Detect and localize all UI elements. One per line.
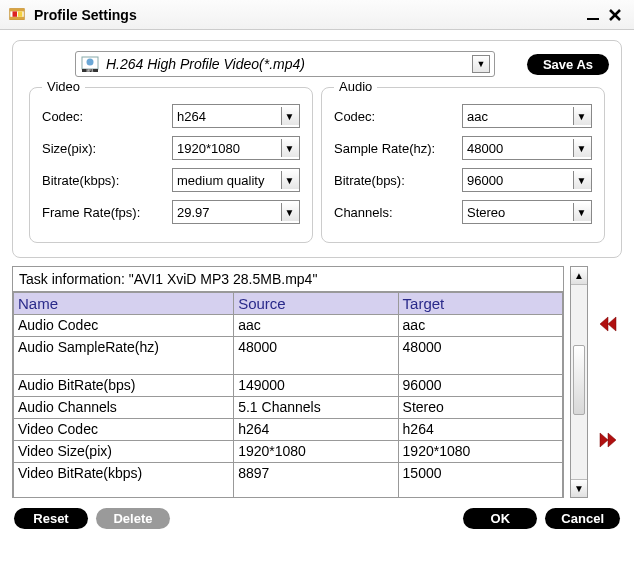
svg-rect-4 bbox=[18, 11, 23, 16]
save-as-button[interactable]: Save As bbox=[527, 54, 609, 75]
prev-icon[interactable] bbox=[596, 313, 620, 335]
cancel-button[interactable]: Cancel bbox=[545, 508, 620, 529]
svg-rect-1 bbox=[10, 8, 24, 11]
scroll-track[interactable] bbox=[571, 285, 587, 479]
video-fps-dropdown[interactable]: 29.97 ▼ bbox=[172, 200, 300, 224]
chevron-down-icon: ▼ bbox=[573, 107, 591, 125]
minimize-button[interactable] bbox=[582, 6, 604, 24]
col-header-target[interactable]: Target bbox=[398, 293, 562, 315]
bottom-bar: Reset Delete OK Cancel bbox=[0, 498, 634, 539]
audio-sr-value: 48000 bbox=[467, 141, 573, 156]
svg-marker-15 bbox=[608, 433, 616, 447]
table-row[interactable]: Video BitRate(kbps)889715000 bbox=[14, 463, 563, 498]
audio-codec-dropdown[interactable]: aac ▼ bbox=[462, 104, 592, 128]
video-bitrate-value: medium quality bbox=[177, 173, 281, 188]
profile-dropdown[interactable]: MP4 H.264 High Profile Video(*.mp4) ▼ bbox=[75, 51, 495, 77]
settings-panel: MP4 H.264 High Profile Video(*.mp4) ▼ Sa… bbox=[12, 40, 622, 258]
svg-rect-3 bbox=[13, 11, 18, 16]
video-size-dropdown[interactable]: 1920*1080 ▼ bbox=[172, 136, 300, 160]
table-row[interactable]: Audio SampleRate(hz)4800048000 bbox=[14, 337, 563, 375]
audio-channels-dropdown[interactable]: Stereo ▼ bbox=[462, 200, 592, 224]
svg-point-9 bbox=[87, 59, 94, 66]
audio-group: Audio Codec: aac ▼ Sample Rate(hz): 4800… bbox=[321, 87, 605, 243]
video-fps-value: 29.97 bbox=[177, 205, 281, 220]
scroll-thumb[interactable] bbox=[573, 345, 585, 415]
table-row[interactable]: Audio Codecaacaac bbox=[14, 315, 563, 337]
video-bitrate-label: Bitrate(kbps): bbox=[42, 173, 172, 188]
chevron-down-icon: ▼ bbox=[573, 171, 591, 189]
svg-text:MP4: MP4 bbox=[87, 69, 94, 73]
svg-rect-5 bbox=[587, 18, 599, 20]
table-row[interactable]: Video Size(pix)1920*10801920*1080 bbox=[14, 441, 563, 463]
close-button[interactable] bbox=[604, 6, 626, 24]
nav-arrows bbox=[594, 266, 622, 498]
task-title: Task information: "AVI1 XviD MP3 28.5MB.… bbox=[13, 267, 563, 292]
audio-sr-dropdown[interactable]: 48000 ▼ bbox=[462, 136, 592, 160]
audio-legend: Audio bbox=[334, 79, 377, 94]
video-codec-label: Codec: bbox=[42, 109, 172, 124]
scroll-up-button[interactable]: ▲ bbox=[571, 267, 587, 285]
svg-marker-12 bbox=[600, 317, 608, 331]
reset-button[interactable]: Reset bbox=[14, 508, 88, 529]
video-size-value: 1920*1080 bbox=[177, 141, 281, 156]
table-row[interactable]: Audio BitRate(bps)14900096000 bbox=[14, 375, 563, 397]
video-legend: Video bbox=[42, 79, 85, 94]
audio-channels-label: Channels: bbox=[334, 205, 462, 220]
svg-rect-2 bbox=[10, 16, 24, 19]
mp4-icon: MP4 bbox=[80, 55, 100, 73]
table-row[interactable]: Video Codech264h264 bbox=[14, 419, 563, 441]
chevron-down-icon: ▼ bbox=[281, 171, 299, 189]
profile-selected: H.264 High Profile Video(*.mp4) bbox=[106, 56, 472, 72]
next-icon[interactable] bbox=[596, 429, 620, 451]
col-header-source[interactable]: Source bbox=[234, 293, 398, 315]
ok-button[interactable]: OK bbox=[463, 508, 537, 529]
svg-marker-14 bbox=[600, 433, 608, 447]
audio-bitrate-dropdown[interactable]: 96000 ▼ bbox=[462, 168, 592, 192]
audio-codec-label: Codec: bbox=[334, 109, 462, 124]
audio-sr-label: Sample Rate(hz): bbox=[334, 141, 462, 156]
video-group: Video Codec: h264 ▼ Size(pix): 1920*1080… bbox=[29, 87, 313, 243]
chevron-down-icon: ▼ bbox=[281, 107, 299, 125]
chevron-down-icon: ▼ bbox=[472, 55, 490, 73]
col-header-name[interactable]: Name bbox=[14, 293, 234, 315]
video-codec-dropdown[interactable]: h264 ▼ bbox=[172, 104, 300, 128]
scroll-down-button[interactable]: ▼ bbox=[571, 479, 587, 497]
video-fps-label: Frame Rate(fps): bbox=[42, 205, 172, 220]
title-bar: Profile Settings bbox=[0, 0, 634, 30]
window-title: Profile Settings bbox=[34, 7, 582, 23]
video-bitrate-dropdown[interactable]: medium quality ▼ bbox=[172, 168, 300, 192]
scrollbar-vertical[interactable]: ▲ ▼ bbox=[570, 266, 588, 498]
app-icon bbox=[8, 6, 26, 24]
svg-marker-13 bbox=[608, 317, 616, 331]
chevron-down-icon: ▼ bbox=[573, 203, 591, 221]
video-size-label: Size(pix): bbox=[42, 141, 172, 156]
audio-bitrate-label: Bitrate(bps): bbox=[334, 173, 462, 188]
audio-channels-value: Stereo bbox=[467, 205, 573, 220]
chevron-down-icon: ▼ bbox=[281, 139, 299, 157]
audio-codec-value: aac bbox=[467, 109, 573, 124]
video-codec-value: h264 bbox=[177, 109, 281, 124]
chevron-down-icon: ▼ bbox=[281, 203, 299, 221]
delete-button[interactable]: Delete bbox=[96, 508, 170, 529]
profile-row: MP4 H.264 High Profile Video(*.mp4) ▼ Sa… bbox=[25, 51, 609, 77]
task-area: Task information: "AVI1 XviD MP3 28.5MB.… bbox=[12, 266, 622, 498]
chevron-down-icon: ▼ bbox=[573, 139, 591, 157]
task-panel: Task information: "AVI1 XviD MP3 28.5MB.… bbox=[12, 266, 564, 498]
audio-bitrate-value: 96000 bbox=[467, 173, 573, 188]
task-table: Name Source Target Audio Codecaacaac Aud… bbox=[13, 292, 563, 497]
table-row[interactable]: Audio Channels5.1 ChannelsStereo bbox=[14, 397, 563, 419]
